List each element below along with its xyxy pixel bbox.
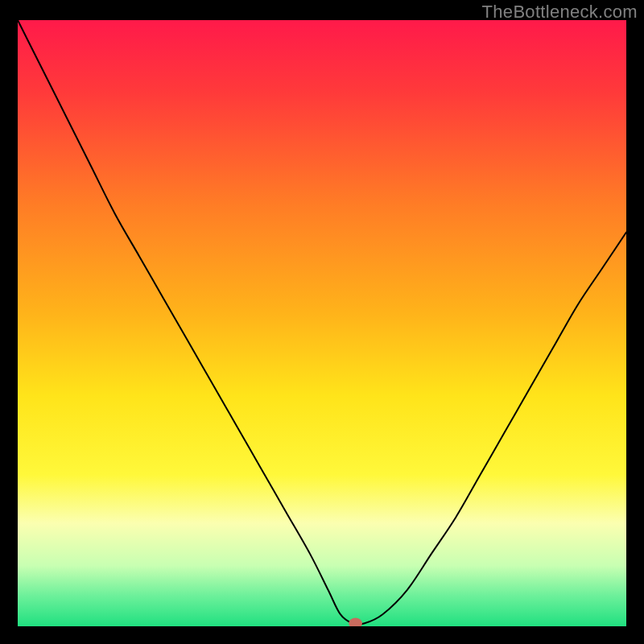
chart-svg <box>18 20 626 626</box>
chart-background <box>18 20 626 626</box>
chart-plot-area <box>18 20 626 626</box>
chart-frame: TheBottleneck.com <box>0 0 644 644</box>
watermark-text: TheBottleneck.com <box>482 2 638 23</box>
